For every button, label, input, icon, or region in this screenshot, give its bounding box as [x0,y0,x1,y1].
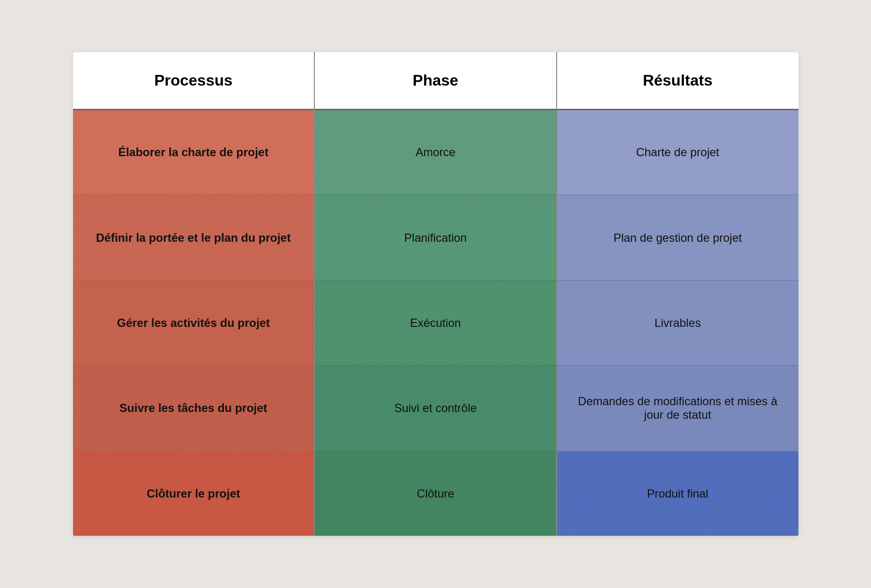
header-resultats: Résultats [557,52,798,110]
phase-cell-2: Planification [315,195,556,280]
header-phase: Phase [315,52,556,110]
processus-cell-1: Élaborer la charte de projet [73,110,314,195]
resultats-cell-4: Demandes de modifications et mises à jou… [557,366,798,451]
header-processus: Processus [73,52,314,110]
processus-cell-4: Suivre les tâches du projet [73,366,314,451]
column-processus: Processus Élaborer la charte de projet D… [73,52,315,536]
column-phase: Phase Amorce Planification Exécution Sui… [315,52,557,536]
resultats-cell-2: Plan de gestion de projet [557,195,798,280]
main-table: Processus Élaborer la charte de projet D… [73,52,798,536]
resultats-cell-1: Charte de projet [557,110,798,195]
header-phase-label: Phase [413,72,458,89]
processus-cell-3: Gérer les activités du projet [73,281,314,366]
column-resultats: Résultats Charte de projet Plan de gesti… [557,52,798,536]
column-processus-body: Élaborer la charte de projet Définir la … [73,110,314,536]
header-processus-label: Processus [154,72,233,89]
column-resultats-body: Charte de projet Plan de gestion de proj… [557,110,798,536]
phase-cell-5: Clôture [315,452,556,536]
resultats-cell-5: Produit final [557,452,798,536]
phase-cell-1: Amorce [315,110,556,195]
phase-cell-3: Exécution [315,281,556,366]
phase-cell-4: Suivi et contrôle [315,366,556,451]
column-phase-body: Amorce Planification Exécution Suivi et … [315,110,556,536]
processus-cell-2: Définir la portée et le plan du projet [73,195,314,280]
processus-cell-5: Clôturer le projet [73,452,314,536]
resultats-cell-3: Livrables [557,281,798,366]
header-resultats-label: Résultats [643,72,712,89]
